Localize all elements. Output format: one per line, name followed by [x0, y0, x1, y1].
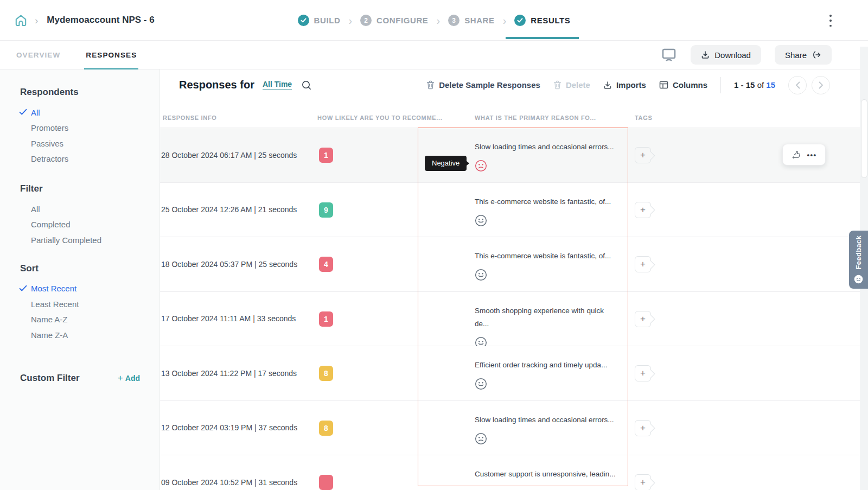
- sidebar-item-label: Partially Completed: [31, 236, 101, 245]
- reason-text: Slow loading times and occasional errors…: [475, 141, 631, 154]
- toolbar-divider: [720, 77, 721, 93]
- sidebar-item-detractors[interactable]: Detractors: [20, 151, 159, 167]
- delete-sample-responses-button[interactable]: Delete Sample Responses: [426, 80, 540, 90]
- sentiment-icon: [475, 214, 487, 227]
- add-tag-button[interactable]: [635, 311, 651, 327]
- column-header-reason-question: WHAT IS THE PRIMARY REASON FO...: [475, 114, 596, 121]
- reason-text: This e-commerce website is fantastic, of…: [475, 250, 631, 263]
- time-range-link[interactable]: All Time: [263, 80, 292, 90]
- table-row[interactable]: 09 October 2024 10:52 PM | 31 seconds Cu…: [160, 455, 868, 490]
- sidebar-item-all[interactable]: All: [20, 105, 159, 120]
- step-number-icon: 3: [448, 15, 459, 26]
- step-label: RESULTS: [531, 16, 570, 25]
- sidebar-item-passives[interactable]: Passives: [20, 136, 159, 151]
- sidebar-item-least-recent[interactable]: Least Recent: [20, 296, 159, 312]
- column-header-tags: TAGS: [635, 114, 653, 121]
- table-row[interactable]: 28 October 2024 06:17 AM | 25 seconds 1 …: [160, 128, 868, 183]
- trash-icon: [553, 80, 561, 90]
- add-tag-button[interactable]: [635, 147, 651, 163]
- response-info-cell: 13 October 2024 11:22 PM | 17 seconds: [161, 346, 316, 400]
- step-separator-icon: ›: [436, 15, 440, 26]
- sentiment-tooltip: Negative: [425, 156, 467, 171]
- step-label: SHARE: [464, 16, 495, 25]
- table-row[interactable]: 18 October 2024 05:37 PM | 25 seconds 4 …: [160, 237, 868, 292]
- reason-cell: Customer support is unresponsive, leadin…: [475, 455, 631, 481]
- sidebar-item-label: Completed: [31, 220, 71, 229]
- imports-button[interactable]: Imports: [603, 80, 646, 90]
- download-button[interactable]: Download: [691, 45, 761, 65]
- responses-pane: Responses for All Time Delete Sample Res…: [160, 69, 868, 490]
- table-row[interactable]: 25 October 2024 12:26 AM | 21 seconds 9 …: [160, 183, 868, 238]
- step-number-icon: 2: [360, 15, 372, 26]
- sidebar-item-label: Least Recent: [31, 300, 79, 309]
- feedback-tab[interactable]: Feedback: [849, 231, 868, 289]
- nps-score-chip: 1: [319, 311, 333, 327]
- sidebar-section-title: Respondents: [20, 87, 159, 98]
- step-configure[interactable]: 2 CONFIGURE: [360, 15, 428, 26]
- tab-responses[interactable]: RESPONSES: [86, 41, 137, 69]
- add-tag-button[interactable]: [635, 474, 651, 490]
- add-tag-button[interactable]: [635, 202, 651, 218]
- nps-score-chip: 8: [319, 421, 333, 436]
- add-label: Add: [125, 374, 140, 383]
- reason-cell: Efficient order tracking and timely upda…: [475, 346, 631, 390]
- next-page-button[interactable]: [812, 76, 830, 94]
- sidebar-item-completed[interactable]: Completed: [20, 217, 159, 233]
- table-rows: 28 October 2024 06:17 AM | 25 seconds 1 …: [160, 128, 868, 490]
- nps-score-chip: 9: [319, 202, 333, 218]
- step-separator-icon: ›: [348, 15, 352, 26]
- add-tag-button[interactable]: [635, 420, 651, 436]
- delete-button[interactable]: Delete: [553, 80, 590, 90]
- table-row[interactable]: 12 October 2024 03:19 PM | 37 seconds 8 …: [160, 401, 868, 456]
- sidebar-item-label: Name A-Z: [31, 315, 68, 324]
- sentiment-icon: [475, 160, 487, 172]
- reason-cell: Slow loading times and occasional errors…: [475, 128, 631, 172]
- step-build[interactable]: BUILD: [298, 15, 341, 26]
- step-label: CONFIGURE: [376, 16, 428, 25]
- share-icon: [812, 50, 821, 59]
- download-icon: [701, 50, 710, 59]
- column-header-nps-question: HOW LIKELY ARE YOU TO RECOMME...: [317, 114, 443, 121]
- custom-filter-title: Custom Filter: [20, 373, 80, 384]
- pagination-range: 1 - 15: [734, 80, 755, 90]
- sentiment-icon: [475, 269, 487, 281]
- add-reaction-icon[interactable]: [791, 149, 802, 160]
- sidebar-item-name-z-a[interactable]: Name Z-A: [20, 327, 159, 343]
- add-custom-filter-button[interactable]: +Add: [118, 373, 140, 384]
- workflow-stepper: BUILD › 2 CONFIGURE › 3 SHARE › RESULTS: [0, 0, 868, 41]
- reason-cell: This e-commerce website is fantastic, of…: [475, 237, 631, 281]
- table-row[interactable]: 13 October 2024 11:22 PM | 17 seconds 8 …: [160, 346, 868, 401]
- reason-cell: This e-commerce website is fantastic, of…: [475, 183, 631, 227]
- more-options-icon[interactable]: •••: [807, 151, 816, 159]
- sidebar-section-respondents: RespondentsAllPromotersPassivesDetractor…: [20, 87, 159, 167]
- add-tag-button[interactable]: [635, 365, 651, 381]
- step-results[interactable]: RESULTS: [514, 15, 570, 26]
- preview-button[interactable]: [661, 47, 677, 62]
- pagination-total[interactable]: 15: [766, 80, 775, 90]
- response-info-cell: 25 October 2024 12:26 AM | 21 seconds: [161, 183, 316, 237]
- table-row[interactable]: 17 October 2024 11:11 AM | 33 seconds 1 …: [160, 292, 868, 347]
- add-tag-button[interactable]: [635, 256, 651, 272]
- reason-cell: Smooth shopping experience with quick de…: [475, 292, 631, 349]
- more-menu-kebab-icon[interactable]: [827, 15, 834, 27]
- sidebar-item-label: All: [31, 205, 40, 214]
- scrollbar-thumb[interactable]: [861, 99, 867, 178]
- top-action-group: Download Share: [661, 45, 868, 65]
- share-button[interactable]: Share: [775, 45, 832, 65]
- columns-button[interactable]: Columns: [659, 80, 707, 90]
- tab-overview[interactable]: OVERVIEW: [16, 41, 60, 69]
- search-button[interactable]: [300, 79, 313, 92]
- share-label: Share: [785, 50, 807, 60]
- sidebar-item-name-a-z[interactable]: Name A-Z: [20, 312, 159, 328]
- prev-page-button[interactable]: [788, 76, 807, 94]
- sidebar-item-most-recent[interactable]: Most Recent: [20, 281, 159, 297]
- sidebar-item-partially-completed[interactable]: Partially Completed: [20, 232, 159, 248]
- monitor-icon: [661, 48, 676, 62]
- feedback-smiley-icon: [854, 275, 863, 284]
- chevron-right-icon: [819, 81, 824, 89]
- step-share[interactable]: 3 SHARE: [448, 15, 495, 26]
- sidebar-item-label: Detractors: [31, 154, 68, 163]
- sidebar-item-all[interactable]: All: [20, 201, 159, 217]
- sidebar-item-promoters[interactable]: Promoters: [20, 120, 159, 136]
- columns-icon: [659, 81, 668, 89]
